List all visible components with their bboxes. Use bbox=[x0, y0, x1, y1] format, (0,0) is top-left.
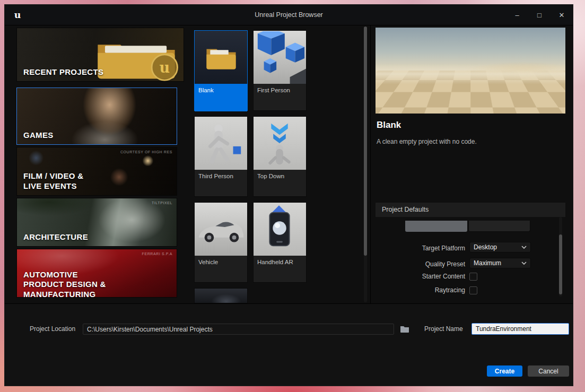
third-person-label-area: Third Person bbox=[195, 170, 247, 179]
template-tile-vehicle[interactable]: Vehicle bbox=[194, 202, 248, 283]
project-defaults-header: Project Defaults bbox=[376, 203, 565, 217]
down-arrows-icon bbox=[254, 117, 306, 170]
template-grid: Blank First Person bbox=[194, 25, 307, 303]
vehicle-thumb bbox=[195, 203, 247, 256]
target-platform-value: Desktop bbox=[474, 243, 497, 251]
unreal-logo-icon: u bbox=[11, 8, 24, 21]
project-name-input[interactable] bbox=[472, 323, 569, 335]
preview-haze bbox=[376, 64, 565, 84]
recent-projects-label: RECENT PROJECTS bbox=[23, 67, 103, 77]
raytracing-checkbox[interactable] bbox=[469, 286, 477, 294]
unreal-project-browser-window: u Unreal Project Browser – □ ✕ u RECENT … bbox=[4, 4, 573, 386]
category-automotive-credit: FERRARI S.P.A bbox=[142, 252, 172, 256]
template-label: Vehicle bbox=[195, 256, 247, 265]
window-title: Unreal Project Browser bbox=[255, 11, 323, 19]
category-games-label: GAMES bbox=[23, 130, 54, 140]
template-tile-third-person[interactable]: Third Person bbox=[194, 116, 248, 197]
details-panel: Blank A clean empty project with no code… bbox=[376, 25, 565, 303]
first-person-thumb bbox=[254, 31, 306, 84]
project-name-label: Project Name bbox=[424, 324, 463, 335]
category-games[interactable]: GAMES bbox=[16, 88, 177, 145]
quality-preset-value: Maximum bbox=[474, 259, 501, 267]
recent-projects-card[interactable]: u RECENT PROJECTS bbox=[16, 28, 184, 82]
details-scrollbar[interactable] bbox=[559, 217, 562, 297]
quality-preset-label: Quality Preset bbox=[376, 259, 465, 269]
mannequin-icon bbox=[195, 117, 247, 170]
folder-icon bbox=[400, 325, 409, 333]
first-person-label-area: First Person bbox=[254, 84, 306, 93]
template-tile-blank[interactable]: Blank bbox=[194, 30, 248, 111]
cpp-toggle-partial[interactable] bbox=[468, 221, 530, 232]
template-label: Handheld AR bbox=[254, 256, 306, 265]
blueprint-toggle-partial[interactable] bbox=[405, 221, 467, 232]
category-architecture-credit: TILTPIXEL bbox=[152, 201, 172, 205]
details-scrollbar-thumb[interactable] bbox=[559, 234, 562, 294]
svg-text:u: u bbox=[14, 10, 21, 20]
category-architecture[interactable]: TILTPIXEL ARCHITECTURE bbox=[16, 198, 177, 247]
handheld-ar-label-area: Handheld AR bbox=[254, 256, 306, 265]
chevron-down-icon bbox=[521, 246, 527, 249]
third-person-thumb bbox=[195, 117, 247, 170]
project-location-label: Project Location bbox=[30, 324, 75, 335]
cancel-button[interactable]: Cancel bbox=[528, 365, 569, 377]
template-detail-description: A clean empty project with no code. bbox=[377, 138, 477, 145]
category-automotive[interactable]: FERRARI S.P.A AUTOMOTIVE PRODUCT DESIGN … bbox=[16, 249, 177, 298]
minimize-button[interactable]: – bbox=[506, 5, 528, 25]
templates-scrollbar[interactable] bbox=[364, 27, 367, 302]
footer: Project Location Project Name Create Can… bbox=[5, 304, 573, 386]
vertical-divider bbox=[370, 25, 371, 303]
target-platform-label: Target Platform bbox=[376, 243, 465, 254]
category-film-video[interactable]: COURTESY OF HIGH RES FILM / VIDEO & LIVE… bbox=[16, 147, 177, 196]
chevron-down-icon bbox=[521, 262, 527, 265]
car-icon bbox=[195, 203, 247, 256]
template-label: Third Person bbox=[195, 170, 247, 179]
template-label: Blank bbox=[195, 84, 247, 93]
blank-label-area: Blank bbox=[195, 84, 247, 111]
browse-folder-button[interactable] bbox=[399, 325, 410, 334]
template-tile-handheld-ar[interactable]: Handheld AR bbox=[253, 202, 307, 283]
template-label: Top Down bbox=[254, 170, 306, 179]
titlebar: u Unreal Project Browser – □ ✕ bbox=[5, 5, 573, 25]
window-controls: – □ ✕ bbox=[506, 5, 573, 25]
category-automotive-label: AUTOMOTIVE PRODUCT DESIGN & MANUFACTURIN… bbox=[23, 270, 106, 298]
create-button[interactable]: Create bbox=[487, 365, 522, 377]
category-film-label: FILM / VIDEO & LIVE EVENTS bbox=[23, 171, 83, 191]
blank-template-thumb bbox=[195, 31, 247, 84]
template-preview-image bbox=[376, 28, 565, 114]
phone-ar-icon bbox=[254, 203, 306, 256]
main-content: u RECENT PROJECTS GAMES COURTESY OF HIGH… bbox=[5, 25, 573, 303]
vehicle-label-area: Vehicle bbox=[195, 256, 247, 265]
raytracing-label: Raytracing bbox=[376, 286, 465, 294]
category-architecture-label: ARCHITECTURE bbox=[23, 232, 88, 242]
close-button[interactable]: ✕ bbox=[551, 5, 573, 25]
template-label: First Person bbox=[254, 84, 306, 93]
starter-content-checkbox[interactable] bbox=[469, 273, 477, 281]
top-down-label-area: Top Down bbox=[254, 170, 306, 179]
template-detail-title: Blank bbox=[377, 120, 401, 130]
template-tile-top-down[interactable]: Top Down bbox=[253, 116, 307, 197]
top-down-thumb bbox=[254, 117, 306, 170]
starter-content-label: Starter Content bbox=[376, 273, 465, 281]
target-platform-dropdown[interactable]: Desktop bbox=[469, 242, 531, 252]
cubes-icon bbox=[254, 31, 306, 84]
handheld-ar-thumb bbox=[254, 203, 306, 256]
maximize-button[interactable]: □ bbox=[528, 5, 551, 25]
category-film-credit: COURTESY OF HIGH RES bbox=[120, 150, 172, 154]
quality-preset-dropdown[interactable]: Maximum bbox=[469, 258, 531, 268]
svg-text:u: u bbox=[159, 59, 170, 76]
folder-icon bbox=[205, 43, 238, 72]
template-tile-first-person[interactable]: First Person bbox=[253, 30, 307, 111]
templates-scrollbar-thumb[interactable] bbox=[364, 27, 367, 256]
template-tile-partial[interactable] bbox=[194, 288, 248, 303]
project-location-input[interactable] bbox=[83, 324, 394, 335]
